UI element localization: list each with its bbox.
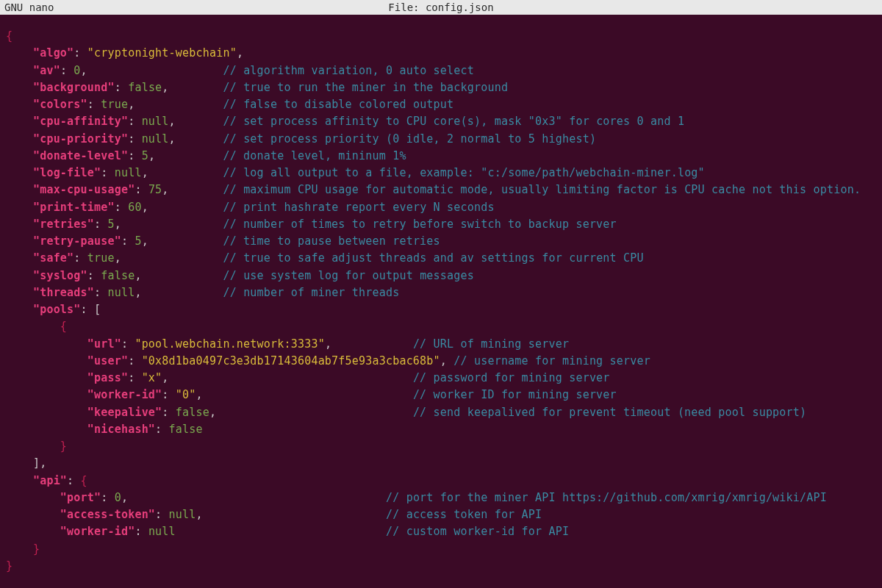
json-value: 60 (128, 201, 141, 214)
field-print_time: "print-time": 60, // print hashrate repo… (6, 199, 876, 216)
field-retry_pause: "retry-pause": 5, // time to pause betwe… (6, 233, 876, 250)
colon: : (74, 251, 87, 265)
comma: , (135, 286, 141, 299)
colon: : (121, 234, 135, 248)
json-key: "cpu-priority" (33, 132, 128, 146)
comment: // password for mining server (413, 371, 610, 384)
json-value: 0 (74, 64, 80, 77)
field-api: "api": { (6, 473, 876, 490)
colon: : (128, 149, 141, 162)
brace-open: { (6, 28, 876, 45)
json-key: "retry-pause" (33, 234, 121, 248)
comment: // maximum CPU usage for automatic mode,… (223, 183, 861, 196)
field-safe: "safe": true, // true to safe adjust thr… (6, 250, 876, 267)
field-donate_level: "donate-level": 5, // donate level, mini… (6, 148, 876, 165)
comma: , (142, 201, 148, 214)
colon: : (81, 303, 94, 316)
comma: , (142, 234, 148, 248)
json-value: "cryptonight-webchain" (87, 46, 237, 60)
json-value: true (87, 251, 115, 265)
colon: : (67, 474, 80, 487)
comma: , (128, 98, 135, 111)
json-key: "print-time" (33, 201, 115, 214)
brace-close: } (6, 558, 876, 575)
colon: : (155, 423, 168, 436)
comment: // print hashrate report every N seconds (223, 201, 494, 214)
json-value: false (128, 81, 162, 94)
json-key: "background" (33, 81, 115, 94)
json-key: "api" (33, 474, 67, 487)
colon: : (115, 81, 128, 94)
colon: : (162, 406, 175, 419)
json-key: "user" (87, 354, 128, 368)
comma: , (209, 406, 216, 419)
field-av: "av": 0, // algorithm variation, 0 auto … (6, 62, 876, 79)
json-key: "url" (87, 337, 121, 351)
colon: : (128, 354, 141, 368)
colon: : (115, 201, 128, 214)
editor-viewport[interactable]: { "algo": "cryptonight-webchain", "av": … (0, 15, 882, 581)
field-threads: "threads": null, // number of miner thre… (6, 284, 876, 301)
colon: : (162, 388, 175, 401)
colon: : (101, 491, 114, 504)
field-syslog: "syslog": false, // use system log for o… (6, 268, 876, 284)
comma: , (115, 218, 121, 231)
comma: , (121, 491, 128, 504)
pool-field-worker: "worker-id": "0", // worker ID for minin… (6, 387, 876, 404)
comma: , (115, 251, 121, 265)
field-retries: "retries": 5, // number of times to retr… (6, 216, 876, 233)
comma: , (40, 456, 46, 470)
pool-field-keepalive: "keepalive": false, // send keepalived f… (6, 404, 876, 421)
comma: , (142, 166, 148, 179)
json-value: false (176, 406, 209, 419)
json-value: "pool.webchain.network:3333" (135, 337, 324, 351)
field-max_cpu: "max-cpu-usage": 75, // maximum CPU usag… (6, 182, 876, 198)
json-value: false (169, 423, 203, 436)
file-label: File: config.json (388, 0, 493, 15)
comment: // set process priority (0 idle, 2 norma… (223, 132, 596, 146)
comma: , (196, 388, 203, 401)
colon: : (60, 64, 74, 77)
comment: // custom worker-id for API (386, 525, 569, 538)
comment: // false to disable colored output (223, 98, 453, 111)
field-cpu_affinity: "cpu-affinity": null, // set process aff… (6, 113, 876, 130)
pool-field-url: "url": "pool.webchain.network:3333", // … (6, 336, 876, 353)
colon: : (121, 337, 135, 351)
nano-titlebar: GNU nano File: config.json (0, 0, 882, 15)
field-background: "background": false, // true to run the … (6, 79, 876, 96)
json-key: "pools" (33, 303, 81, 316)
json-key: "av" (33, 64, 60, 77)
field-pools: "pools": [ (6, 301, 876, 318)
colon: : (87, 98, 101, 111)
comment: // number of times to retry before switc… (223, 218, 616, 231)
colon: : (74, 46, 87, 60)
comma: , (135, 269, 141, 282)
comment: // algorithm variation, 0 auto select (223, 64, 474, 77)
json-key: "keepalive" (87, 406, 162, 419)
json-key: "port" (60, 491, 101, 504)
comma: , (169, 115, 176, 128)
comment: // log all output to a file, example: "c… (223, 166, 704, 179)
comment: // set process affinity to CPU core(s), … (223, 115, 684, 128)
comment: // worker ID for mining server (413, 388, 617, 401)
colon: : (135, 525, 148, 538)
json-value: 75 (148, 183, 162, 196)
field-algo: "algo": "cryptonight-webchain", (6, 45, 876, 62)
comment: // donate level, mininum 1% (223, 149, 406, 162)
json-value: "x" (142, 371, 162, 384)
comma: , (237, 46, 243, 60)
comment: // username for mining server (453, 354, 650, 368)
json-value: true (101, 98, 128, 111)
json-key: "log-file" (33, 166, 101, 179)
json-key: "colors" (33, 98, 87, 111)
json-value: 5 (135, 234, 141, 248)
json-value: "0x8d1ba0497c3e3db17143604ab7f5e93a3cbac… (142, 354, 440, 368)
comment: // access token for API (386, 508, 542, 521)
json-key: "algo" (33, 46, 74, 60)
pool-object-open: { (6, 318, 876, 335)
bracket-open: [ (94, 303, 101, 316)
json-key: "donate-level" (33, 149, 128, 162)
json-value: "0" (176, 388, 196, 401)
colon: : (101, 166, 114, 179)
colon: : (135, 183, 148, 196)
